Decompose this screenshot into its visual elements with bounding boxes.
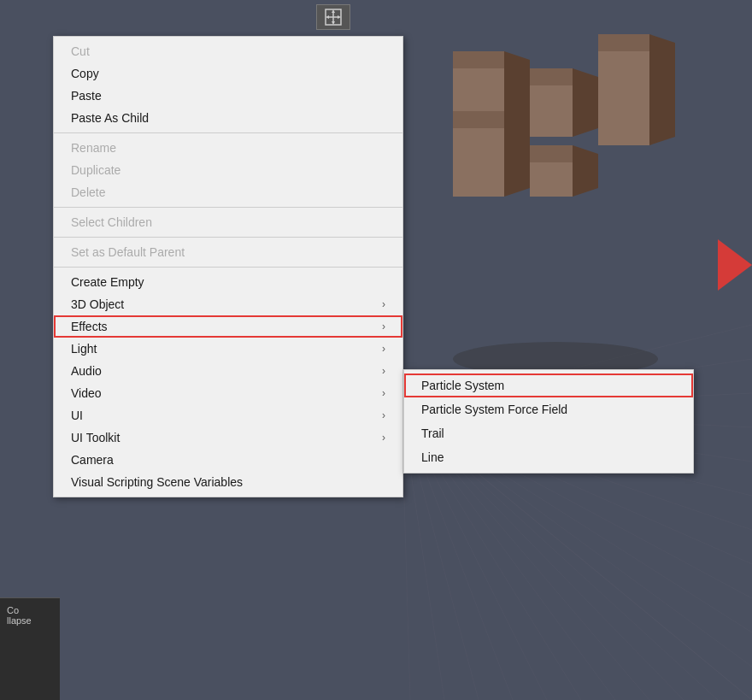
svg-marker-29 [573,68,598,137]
menu-item-ui-toolkit[interactable]: UI Toolkit› [54,426,402,449]
menu-item-duplicate: Duplicate [54,159,402,181]
svg-marker-24 [453,51,504,68]
menu-label: Paste As Child [71,111,149,125]
submenu-effects: Particle SystemParticle System Force Fie… [403,369,694,474]
panel-text-1: Co [7,605,53,615]
toolbar-move-icon[interactable] [316,4,350,30]
svg-marker-37 [530,162,573,197]
menu-separator [54,237,402,238]
svg-marker-31 [598,51,649,145]
svg-marker-27 [530,68,573,85]
menu-label: Visual Scripting Scene Variables [71,475,243,489]
svg-marker-30 [598,34,649,51]
svg-marker-36 [530,145,573,162]
menu-separator [54,207,402,208]
menu-label: Select Children [71,215,152,229]
panel-text-2: llapse [7,615,53,626]
menu-label: Light [71,342,97,356]
menu-label: Audio [71,364,102,378]
submenu-arrow: › [382,432,385,444]
svg-marker-33 [453,111,504,128]
submenu-arrow: › [382,343,385,355]
submenu-label: Trail [421,426,444,440]
move-icon [323,7,344,27]
menu-item-ui[interactable]: UI› [54,404,402,426]
submenu-arrow: › [382,409,385,421]
svg-marker-28 [530,85,573,137]
menu-item-video[interactable]: Video› [54,382,402,404]
menu-label: UI [71,409,83,422]
menu-separator [54,267,402,268]
submenu-item-particle-system[interactable]: Particle System [404,374,693,397]
submenu-label: Line [421,450,444,464]
menu-label: Cut [71,44,90,58]
svg-marker-32 [649,34,675,145]
menu-item-effects[interactable]: Effects› [54,315,402,338]
menu-item-cut: Cut [54,40,402,62]
menu-item-create-empty[interactable]: Create Empty [54,271,402,293]
menu-item-camera[interactable]: Camera [54,449,402,471]
menu-label: Set as Default Parent [71,245,185,259]
menu-label: Paste [71,89,102,103]
svg-marker-38 [573,145,598,197]
menu-item-visual-scripting-scene-variables[interactable]: Visual Scripting Scene Variables [54,471,402,493]
menu-label: Create Empty [71,275,144,289]
submenu-label: Particle System Force Field [421,403,567,416]
menu-label: Video [71,386,102,400]
menu-label: Camera [71,453,114,467]
menu-item-set-as-default-parent: Set as Default Parent [54,241,402,263]
submenu-item-particle-system-force-field[interactable]: Particle System Force Field [404,397,693,421]
menu-label: Delete [71,185,105,199]
menu-item-3d-object[interactable]: 3D Object› [54,293,402,315]
submenu-label: Particle System [421,379,504,392]
menu-item-select-children: Select Children [54,211,402,233]
svg-marker-34 [453,128,504,197]
submenu-arrow: › [382,298,385,310]
menu-label: 3D Object [71,297,124,311]
menu-item-paste-as-child[interactable]: Paste As Child [54,107,402,129]
menu-label: Copy [71,67,99,80]
menu-label: Duplicate [71,163,120,177]
menu-item-paste[interactable]: Paste [54,85,402,107]
menu-label: Effects [71,320,108,333]
submenu-item-trail[interactable]: Trail [404,421,693,445]
menu-item-light[interactable]: Light› [54,338,402,360]
menu-separator [54,132,402,133]
submenu-arrow: › [382,321,385,332]
svg-marker-35 [504,111,530,197]
menu-item-audio[interactable]: Audio› [54,360,402,382]
submenu-item-line[interactable]: Line [404,445,693,469]
bottom-panel: Co llapse [0,597,60,700]
menu-item-copy[interactable]: Copy [54,62,402,85]
menu-label: UI Toolkit [71,431,120,444]
menu-label: Rename [71,141,116,155]
menu-item-delete: Delete [54,181,402,203]
submenu-arrow: › [382,387,385,399]
submenu-arrow: › [382,365,385,377]
menu-item-rename: Rename [54,137,402,159]
context-menu: CutCopyPastePaste As ChildRenameDuplicat… [53,36,403,497]
